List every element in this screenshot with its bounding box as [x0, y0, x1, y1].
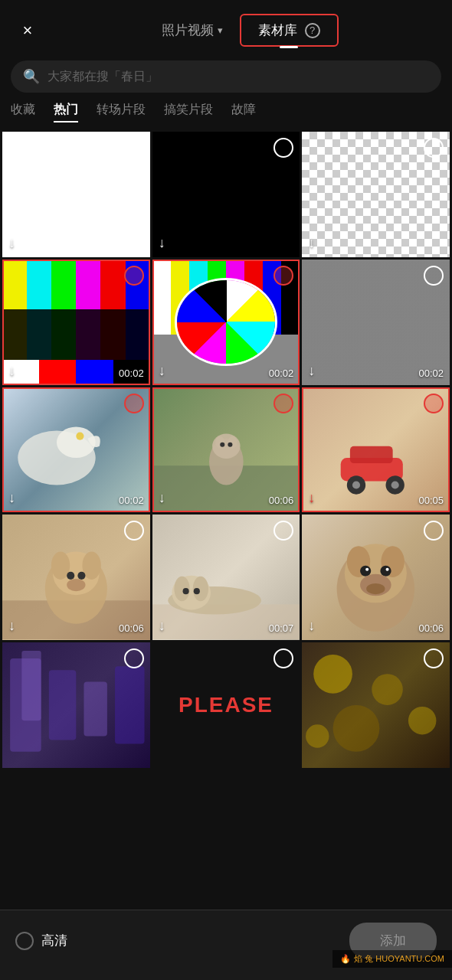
svg-point-40: [366, 583, 385, 594]
category-tabs: 收藏 热门 转场片段 搞笑片段 故障: [0, 102, 452, 122]
svg-point-46: [314, 655, 353, 694]
grid-item-12[interactable]: ↓ 00:06: [302, 514, 450, 640]
duration-12: 00:06: [418, 622, 444, 634]
svg-point-35: [360, 566, 371, 577]
svg-point-49: [408, 707, 437, 735]
help-icon[interactable]: ?: [305, 23, 320, 38]
app-header: × 照片视频 ▾ 素材库 ?: [0, 0, 452, 54]
grid-item-3[interactable]: ↓: [302, 132, 450, 257]
svg-point-37: [365, 568, 368, 571]
cat-tab-hot[interactable]: 热门: [54, 102, 78, 122]
select-circle-5[interactable]: [273, 266, 293, 286]
svg-rect-11: [350, 446, 393, 462]
close-icon: ×: [23, 21, 33, 41]
svg-point-22: [77, 572, 85, 580]
grid-item-6[interactable]: ↓ 00:02: [302, 260, 450, 385]
select-circle-10[interactable]: [124, 521, 144, 541]
search-icon: 🔍: [23, 68, 40, 85]
select-circle-9[interactable]: [424, 394, 444, 413]
hd-radio-button[interactable]: [15, 932, 34, 950]
grid-item-5[interactable]: ↓ 00:02: [152, 260, 300, 385]
grid-item-14[interactable]: PLEASE: [152, 642, 300, 768]
duration-6: 00:02: [418, 368, 444, 379]
search-bar[interactable]: 🔍 大家都在搜「春日」: [11, 60, 441, 93]
header-tabs: 照片视频 ▾ 素材库 ?: [43, 14, 440, 47]
svg-point-47: [372, 674, 404, 705]
duration-9: 00:05: [418, 495, 444, 506]
svg-point-48: [333, 705, 380, 752]
svg-point-21: [67, 572, 74, 580]
svg-point-30: [193, 588, 199, 594]
duration-8: 00:06: [269, 495, 294, 506]
duration-4: 00:02: [119, 368, 144, 379]
svg-rect-45: [21, 651, 41, 720]
close-button[interactable]: ×: [12, 15, 43, 46]
svg-rect-44: [115, 666, 145, 743]
grid-item-7[interactable]: ↓ 00:02: [2, 387, 150, 513]
svg-point-38: [386, 568, 389, 571]
download-icon-10[interactable]: ↓: [8, 618, 15, 634]
select-circle-6[interactable]: [424, 266, 444, 286]
select-circle-7[interactable]: [124, 394, 144, 413]
download-icon-1[interactable]: ↓: [8, 235, 15, 251]
hd-option: 高清: [15, 932, 349, 950]
search-placeholder: 大家都在搜「春日」: [47, 69, 158, 85]
grid-item-13[interactable]: [2, 642, 150, 768]
cat-tab-transitions[interactable]: 转场片段: [97, 102, 146, 122]
download-icon-5[interactable]: ↓: [159, 363, 165, 379]
please-text: PLEASE: [179, 693, 273, 717]
svg-point-14: [352, 481, 360, 488]
download-icon-6[interactable]: ↓: [308, 363, 315, 379]
download-icon-9[interactable]: ↓: [308, 490, 315, 506]
grid-item-2[interactable]: ↓: [152, 132, 300, 257]
svg-point-2: [76, 432, 84, 439]
svg-point-23: [67, 579, 85, 591]
bottom-bar: 高清 添加: [0, 910, 452, 980]
svg-rect-43: [84, 682, 106, 737]
duration-11: 00:07: [269, 622, 294, 634]
select-circle-8[interactable]: [273, 394, 293, 413]
cat-tab-funny[interactable]: 搞笑片段: [164, 102, 213, 122]
download-icon-4[interactable]: ↓: [8, 363, 15, 379]
tab-photos[interactable]: 照片视频 ▾: [145, 14, 240, 47]
tab-materials-label: 素材库: [258, 21, 297, 39]
svg-point-8: [220, 442, 224, 446]
duration-7: 00:02: [119, 495, 144, 506]
select-circle-3[interactable]: [424, 138, 444, 158]
download-icon-12[interactable]: ↓: [308, 618, 315, 634]
svg-point-50: [306, 724, 329, 747]
grid-item-11[interactable]: ↓ 00:07: [152, 514, 300, 640]
cat-tab-favorites[interactable]: 收藏: [11, 102, 35, 122]
duration-5: 00:02: [269, 368, 294, 379]
svg-rect-42: [49, 670, 76, 740]
download-icon-8[interactable]: ↓: [159, 490, 165, 506]
grid-item-9[interactable]: ↓ 00:05: [302, 387, 450, 513]
grid-item-10[interactable]: ↓ 00:06: [2, 514, 150, 640]
svg-point-9: [228, 442, 232, 446]
grid-item-8[interactable]: ↓ 00:06: [152, 387, 300, 513]
download-icon-7[interactable]: ↓: [8, 490, 15, 506]
svg-point-36: [381, 566, 391, 577]
hd-label: 高清: [41, 932, 67, 949]
select-circle-1[interactable]: [124, 138, 144, 158]
tab-photos-label: 照片视频: [162, 21, 214, 39]
media-grid: ↓ ↓ ↓: [0, 132, 452, 768]
select-circle-13[interactable]: [124, 648, 144, 668]
svg-point-29: [182, 588, 188, 594]
select-circle-15[interactable]: [424, 648, 444, 668]
download-icon-2[interactable]: ↓: [159, 235, 165, 251]
select-circle-4[interactable]: [124, 266, 144, 286]
grid-item-15[interactable]: [302, 642, 450, 768]
grid-item-1[interactable]: ↓: [2, 132, 150, 257]
cat-tab-failure[interactable]: 故障: [231, 102, 256, 122]
watermark: 🔥 焰 兔 HUOYANTU.COM: [332, 950, 452, 968]
chevron-down-icon: ▾: [218, 24, 223, 36]
svg-point-15: [391, 481, 399, 488]
duration-10: 00:06: [119, 622, 144, 634]
download-icon-3[interactable]: ↓: [308, 235, 315, 251]
grid-item-4[interactable]: ↓ 00:02: [2, 260, 150, 385]
download-icon-11[interactable]: ↓: [159, 618, 165, 634]
tab-materials[interactable]: 素材库 ?: [240, 14, 339, 47]
watermark-icon: 🔥: [340, 954, 351, 964]
watermark-text: 焰 兔 HUOYANTU.COM: [354, 953, 444, 965]
